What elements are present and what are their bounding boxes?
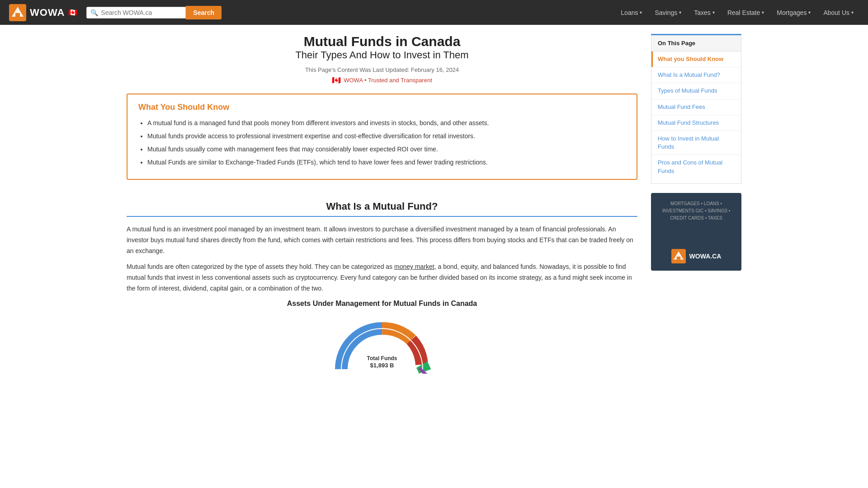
nav-item-mortgages[interactable]: Mortgages▾	[771, 5, 816, 20]
toc-link-what-you-should-know[interactable]: What you Should Know	[651, 52, 741, 67]
info-box-list: A mutual fund is a managed fund that poo…	[138, 118, 626, 167]
ad-logo: WOWA.CA	[658, 249, 734, 263]
toc-item-how-to-invest: How to Invest in Mutual Funds	[651, 131, 741, 155]
svg-rect-2	[15, 13, 20, 17]
page-title-block: Mutual Funds in Canada Their Types And H…	[127, 34, 637, 61]
dropdown-arrow: ▾	[679, 10, 681, 15]
logo-text: WOWA	[30, 7, 65, 19]
page-title-h1: Mutual Funds in Canada	[127, 34, 637, 49]
toc-item-mutual-fund-structures: Mutual Fund Structures	[651, 115, 741, 131]
ad-box: MORTGAGES • LOANS • INVESTMENTS GIC • SA…	[651, 193, 741, 271]
info-bullet: Mutual funds provide access to professio…	[147, 131, 626, 141]
toc-link-mutual-fund-structures[interactable]: Mutual Fund Structures	[651, 115, 741, 131]
chart-container: Total Funds $1,893 B	[127, 315, 637, 374]
toc-item-types-of-mutual-funds: Types of Mutual Funds	[651, 83, 741, 99]
nav-item-loans[interactable]: Loans▾	[615, 5, 647, 20]
money-market-link[interactable]: money market	[394, 263, 434, 270]
search-icon: 🔍	[90, 9, 98, 16]
canada-flag: 🇨🇦	[68, 8, 77, 17]
ad-topics: MORTGAGES • LOANS • INVESTMENTS GIC • SA…	[658, 200, 734, 222]
wowa-logo-icon	[9, 4, 26, 21]
page-meta: This Page's Content Was Last Updated: Fe…	[127, 66, 637, 73]
section2-heading: What Is a Mutual Fund?	[127, 193, 637, 217]
trusted-badge: 🇨🇦 WOWA • Trusted and Transparent	[127, 76, 637, 84]
toc-item-what-is-a-mutual-fund: What Is a Mutual Fund?	[651, 67, 741, 83]
ad-logo-icon	[671, 249, 686, 263]
dropdown-arrow: ▾	[808, 10, 811, 15]
toc-link-types-of-mutual-funds[interactable]: Types of Mutual Funds	[651, 83, 741, 99]
info-bullet: Mutual funds usually come with managemen…	[147, 145, 626, 154]
svg-text:$1,893 B: $1,893 B	[370, 362, 394, 369]
section2-para2: Mutual funds are often categorized by th…	[127, 262, 637, 294]
trusted-flag: 🇨🇦	[332, 76, 341, 84]
toc-item-pros-and-cons: Pros and Cons of Mutual Funds	[651, 155, 741, 178]
toc-link-what-is-a-mutual-fund[interactable]: What Is a Mutual Fund?	[651, 67, 741, 83]
logo-area[interactable]: WOWA 🇨🇦	[9, 4, 77, 21]
sidebar: On This Page What you Should KnowWhat Is…	[651, 34, 741, 374]
nav-item-real-estate[interactable]: Real Estate▾	[722, 5, 769, 20]
toc-title: On This Page	[651, 35, 741, 52]
svg-rect-7	[676, 257, 680, 260]
section2-para1: A mutual fund is an investment pool mana…	[127, 224, 637, 256]
ad-logo-text: WOWA.CA	[689, 253, 722, 260]
toc-box: On This Page What you Should KnowWhat Is…	[651, 34, 741, 184]
info-bullet: Mutual Funds are similar to Exchange-Tra…	[147, 158, 626, 167]
search-button[interactable]: Search	[186, 6, 222, 19]
dropdown-arrow: ▾	[762, 10, 764, 15]
main-content: Mutual Funds in Canada Their Types And H…	[127, 34, 637, 374]
nav-item-about-us[interactable]: About Us▾	[818, 5, 859, 20]
page-title-h2: Their Types And How to Invest in Them	[127, 49, 637, 61]
toc-list: What you Should KnowWhat Is a Mutual Fun…	[651, 52, 741, 179]
search-area: 🔍 Search	[86, 6, 222, 19]
info-bullet: A mutual fund is a managed fund that poo…	[147, 118, 626, 128]
svg-text:Total Funds: Total Funds	[367, 355, 397, 361]
nav-item-taxes[interactable]: Taxes▾	[689, 5, 720, 20]
main-nav: Loans▾Savings▾Taxes▾Real Estate▾Mortgage…	[615, 5, 859, 20]
chart-section: Assets Under Management for Mutual Funds…	[127, 300, 637, 374]
toc-item-what-you-should-know: What you Should Know	[651, 52, 741, 67]
search-input[interactable]	[101, 9, 182, 16]
toc-link-mutual-fund-fees[interactable]: Mutual Fund Fees	[651, 99, 741, 115]
info-box-heading: What You Should Know	[138, 103, 626, 112]
donut-chart: Total Funds $1,893 B	[332, 315, 432, 374]
chart-title: Assets Under Management for Mutual Funds…	[127, 300, 637, 308]
dropdown-arrow: ▾	[640, 10, 642, 15]
dropdown-arrow: ▾	[712, 10, 715, 15]
dropdown-arrow: ▾	[851, 10, 854, 15]
toc-item-mutual-fund-fees: Mutual Fund Fees	[651, 99, 741, 115]
toc-link-pros-and-cons[interactable]: Pros and Cons of Mutual Funds	[651, 155, 741, 178]
info-box: What You Should Know A mutual fund is a …	[127, 94, 637, 180]
nav-item-savings[interactable]: Savings▾	[649, 5, 687, 20]
search-input-wrap: 🔍	[86, 7, 186, 19]
donut-svg: Total Funds $1,893 B	[332, 315, 432, 374]
toc-link-how-to-invest[interactable]: How to Invest in Mutual Funds	[651, 131, 741, 155]
trusted-text: WOWA • Trusted and Transparent	[344, 77, 432, 84]
